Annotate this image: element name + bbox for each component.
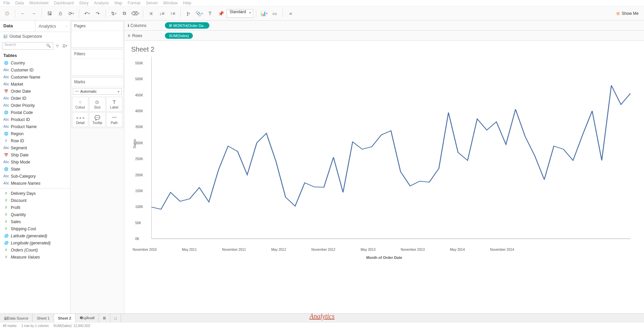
menu-format[interactable]: Format xyxy=(128,1,141,5)
marks-type-select[interactable]: 〰Automatic xyxy=(73,88,122,95)
menu-file[interactable]: File xyxy=(3,1,10,5)
field-order-id[interactable]: AbcOrder ID xyxy=(0,95,70,102)
field-quantity[interactable]: #Quantity xyxy=(0,211,70,218)
chart-type-icon[interactable]: 📊▾ xyxy=(259,8,269,19)
field-order-priority[interactable]: AbcOrder Priority xyxy=(0,102,70,109)
visualization[interactable]: Sheet 2 Sales 0K50K100K150K200K250K300K3… xyxy=(124,41,644,319)
y-tick: 550K xyxy=(135,61,143,65)
field-country[interactable]: 🌐Country xyxy=(0,59,70,66)
worksheet-area: iiiColumns ⊞MONTH(Order Da.. ≡Rows SUM(S… xyxy=(124,21,644,319)
new-dashboard-icon[interactable]: ⊞ xyxy=(99,314,110,322)
field-region[interactable]: 🌐Region xyxy=(0,130,70,137)
present-icon[interactable]: ▭ xyxy=(270,8,280,19)
mark-detail[interactable]: ∘∘∘Detail xyxy=(72,112,88,127)
pin-icon[interactable]: 📌 xyxy=(216,8,226,19)
x-tick: November 2010 xyxy=(133,248,156,251)
autosave-icon[interactable]: ⟳▾ xyxy=(66,8,76,19)
pages-shelf[interactable]: Pages xyxy=(71,21,123,48)
field-shipping-cost[interactable]: #Shipping Cost xyxy=(0,225,70,232)
menu-window[interactable]: Window xyxy=(163,1,178,5)
rows-pill[interactable]: SUM(Sales) xyxy=(165,33,193,39)
field-orders-count-[interactable]: #Orders (Count) xyxy=(0,246,70,253)
highlight-icon[interactable]: ℓ▾ xyxy=(183,8,194,19)
menu-worksheet[interactable]: Worksheet xyxy=(29,1,49,5)
menu-map[interactable]: Map xyxy=(114,1,122,5)
tab-analytics[interactable]: Analytics‹ xyxy=(35,21,70,32)
field-discount[interactable]: #Discount xyxy=(0,197,70,204)
search-input[interactable]: Search🔍 xyxy=(2,42,53,50)
field-state[interactable]: 🌐State xyxy=(0,166,70,173)
field-segment[interactable]: AbcSegment xyxy=(0,144,70,151)
field-delivery-days[interactable]: #Delivery Days xyxy=(0,190,70,197)
field-product-name[interactable]: AbcProduct Name xyxy=(0,123,70,130)
field-product-id[interactable]: AbcProduct ID xyxy=(0,116,70,123)
menu-help[interactable]: Help xyxy=(183,1,192,5)
columns-shelf[interactable]: iiiColumns ⊞MONTH(Order Da.. xyxy=(124,21,644,31)
field-postal-code[interactable]: 🌐Postal Code xyxy=(0,109,70,116)
duplicate-icon[interactable]: ⧉ xyxy=(119,8,129,19)
sheet-title[interactable]: Sheet 2 xyxy=(131,44,637,57)
sort-desc-icon[interactable]: ↑≡ xyxy=(168,8,178,19)
mark-path[interactable]: 〰Path xyxy=(106,112,122,127)
field-customer-name[interactable]: AbcCustomer Name xyxy=(0,73,70,81)
field-ship-mode[interactable]: AbcShip Mode xyxy=(0,158,70,166)
field-sub-category[interactable]: AbcSub-Category xyxy=(0,173,70,180)
forward-icon[interactable]: → xyxy=(29,8,39,19)
tab-sheet1[interactable]: Sheet 1 xyxy=(33,314,54,322)
menu-server[interactable]: Server xyxy=(146,1,158,5)
menu-analysis[interactable]: Analysis xyxy=(94,1,109,5)
field-market[interactable]: AbcMarket xyxy=(0,81,70,88)
swap-icon[interactable]: ⇅▾ xyxy=(109,8,119,19)
tableau-logo-icon[interactable] xyxy=(2,8,12,19)
tab-sheet2[interactable]: Sheet 2 xyxy=(54,314,76,322)
filters-shelf[interactable]: Filters xyxy=(71,49,123,76)
tab-data[interactable]: Data xyxy=(0,21,35,32)
marks-card: Marks 〰Automatic ⁘Colour⊙SizeTLabel∘∘∘De… xyxy=(71,77,123,128)
share-icon[interactable]: ∝ xyxy=(286,8,296,19)
menu-data[interactable]: Data xyxy=(15,1,24,5)
sort-asc-icon[interactable]: ↓≡ xyxy=(157,8,167,19)
y-tick: 250K xyxy=(135,157,143,161)
field-longitude-generated-[interactable]: 🌐Longitude (generated) xyxy=(0,239,70,246)
field-customer-id[interactable]: AbcCustomer ID xyxy=(0,66,70,73)
redo-icon[interactable]: ↷ xyxy=(93,8,103,19)
field-latitude-generated-[interactable]: 🌐Latitude (generated) xyxy=(0,232,70,239)
new-datasource-icon[interactable]: ⎙ xyxy=(55,8,65,19)
new-story-icon[interactable]: □ xyxy=(110,314,121,322)
clear-icon[interactable]: ⌫▾ xyxy=(130,8,140,19)
field-sales[interactable]: #Sales xyxy=(0,218,70,225)
text-icon[interactable]: T xyxy=(205,8,215,19)
rows-shelf[interactable]: ≡Rows SUM(Sales) xyxy=(124,31,644,41)
mark-tooltip[interactable]: 💬Tooltip xyxy=(89,112,105,127)
filter-fields-icon[interactable]: ▽ xyxy=(55,43,60,49)
columns-pill[interactable]: ⊞MONTH(Order Da.. xyxy=(165,22,209,29)
attach-icon[interactable]: 📎▾ xyxy=(194,8,204,19)
data-pane: Data Analytics‹ 🗟Global Superstore Searc… xyxy=(0,21,70,319)
undo-icon[interactable]: ↶▾ xyxy=(82,8,92,19)
new-worksheet-icon[interactable]: �ційний xyxy=(76,314,99,322)
datasource-name[interactable]: 🗟Global Superstore xyxy=(0,32,70,41)
mark-colour[interactable]: ⁘Colour xyxy=(72,97,88,112)
menu-story[interactable]: Story xyxy=(79,1,89,5)
field-profit[interactable]: #Profit xyxy=(0,204,70,211)
x-tick: May 2011 xyxy=(182,248,197,251)
field-order-date[interactable]: 📅Order Date xyxy=(0,88,70,95)
save-icon[interactable]: 🖫 xyxy=(45,8,55,19)
pivot-icon[interactable]: ⤭ xyxy=(146,8,156,19)
fit-select[interactable]: Standard xyxy=(227,9,253,18)
show-me-button[interactable]: ⊞Show Me xyxy=(613,11,642,16)
mark-label[interactable]: TLabel xyxy=(106,97,122,112)
toolbar: ← → 🖫 ⎙ ⟳▾ ↶▾ ↷ ⇅▾ ⧉ ⌫▾ ⤭ ↓≡ ↑≡ ℓ▾ 📎▾ T … xyxy=(0,6,644,21)
y-tick: 500K xyxy=(135,77,143,81)
field-row-id[interactable]: #Row ID xyxy=(0,137,70,144)
mark-size[interactable]: ⊙Size xyxy=(89,97,105,112)
menu-dashboard[interactable]: Dashboard xyxy=(54,1,74,5)
field-measure-names[interactable]: AbcMeasure Names xyxy=(0,180,70,187)
x-axis-label: Month of Order Date xyxy=(131,256,637,260)
field-ship-date[interactable]: 📅Ship Date xyxy=(0,151,70,158)
field-measure-values[interactable]: #Measure Values xyxy=(0,253,70,261)
view-options-icon[interactable]: ☰▾ xyxy=(61,43,68,49)
back-icon[interactable]: ← xyxy=(18,8,28,19)
tab-datasource[interactable]: 🗟 Data Source xyxy=(0,314,33,322)
line-chart[interactable] xyxy=(151,57,631,245)
